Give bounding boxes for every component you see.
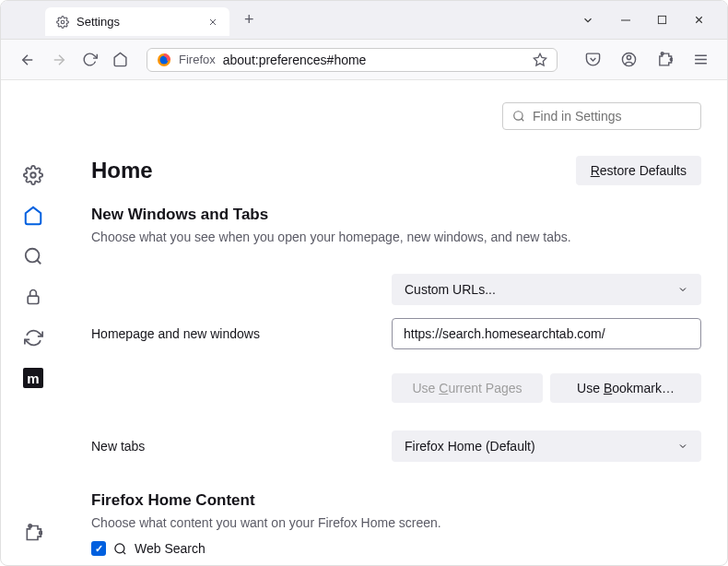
extensions-icon[interactable] <box>653 48 676 71</box>
reload-button[interactable] <box>78 48 101 71</box>
homepage-row-label: Homepage and new windows <box>91 326 392 341</box>
homepage-url-input[interactable] <box>392 318 701 349</box>
svg-marker-11 <box>534 53 546 65</box>
menu-icon[interactable] <box>689 48 712 71</box>
back-button[interactable] <box>16 48 40 72</box>
tab-settings[interactable]: Settings <box>45 7 229 36</box>
close-window-button[interactable] <box>693 14 705 26</box>
sidebar-search-icon[interactable] <box>23 246 43 266</box>
tab-title: Settings <box>76 15 120 29</box>
section-home-content-subtitle: Choose what content you want on your Fir… <box>91 515 701 530</box>
sidebar-privacy-icon[interactable] <box>23 287 43 307</box>
maximize-button[interactable] <box>657 15 667 25</box>
svg-line-28 <box>123 551 125 554</box>
sidebar-extensions-icon[interactable] <box>23 523 43 543</box>
svg-point-27 <box>115 543 124 552</box>
svg-rect-4 <box>658 16 665 23</box>
chevron-down-icon <box>677 284 688 295</box>
search-icon <box>113 542 127 556</box>
titlebar: Settings + <box>1 1 727 40</box>
minimize-button[interactable] <box>620 15 631 26</box>
use-current-pages-button[interactable]: Use Current Pages <box>392 373 543 403</box>
search-icon <box>512 110 525 123</box>
page-title: Home <box>91 158 153 183</box>
section-new-windows-subtitle: Choose what you see when you open your h… <box>91 230 701 244</box>
sidebar-more-icon[interactable]: m <box>23 368 43 388</box>
svg-point-13 <box>627 55 630 59</box>
svg-point-20 <box>26 249 40 263</box>
use-bookmark-button[interactable]: Use Bookmark… <box>550 373 701 403</box>
checkbox-checked-icon[interactable]: ✓ <box>91 541 106 556</box>
toolbar: Firefox about:preferences#home <box>1 40 727 80</box>
newtabs-label: New tabs <box>91 439 392 454</box>
firefox-logo-icon <box>157 53 171 67</box>
svg-rect-22 <box>28 296 39 303</box>
url-text: about:preferences#home <box>223 53 525 67</box>
restore-defaults-button[interactable]: Restore Defaults <box>576 156 701 185</box>
main-panel: Find in Settings Home Restore Defaults N… <box>65 80 727 565</box>
svg-line-26 <box>522 119 524 122</box>
svg-point-25 <box>514 112 523 120</box>
new-tab-button[interactable]: + <box>244 10 254 29</box>
bookmark-star-icon[interactable] <box>533 53 547 67</box>
settings-sidebar: m <box>1 80 65 565</box>
svg-point-19 <box>30 172 36 178</box>
homepage-mode-select[interactable]: Custom URLs... <box>392 274 701 305</box>
identity-label: Firefox <box>179 53 216 66</box>
newtabs-select[interactable]: Firefox Home (Default) <box>392 430 701 462</box>
address-bar[interactable]: Firefox about:preferences#home <box>147 48 558 72</box>
section-new-windows-title: New Windows and Tabs <box>91 206 701 224</box>
sidebar-general-icon[interactable] <box>23 165 43 185</box>
close-icon[interactable] <box>207 17 218 28</box>
websearch-checkbox-row[interactable]: ✓ Web Search <box>91 541 701 556</box>
websearch-label: Web Search <box>135 541 205 556</box>
svg-line-21 <box>37 260 41 264</box>
search-placeholder: Find in Settings <box>533 109 622 124</box>
sidebar-sync-icon[interactable] <box>23 327 43 348</box>
chevron-down-icon[interactable] <box>581 14 594 27</box>
gear-icon <box>56 16 69 29</box>
account-icon[interactable] <box>617 48 640 71</box>
forward-button[interactable] <box>47 48 71 72</box>
pocket-icon[interactable] <box>581 48 605 71</box>
section-home-content-title: Firefox Home Content <box>91 491 701 510</box>
svg-point-0 <box>61 20 65 24</box>
home-button[interactable] <box>109 48 132 71</box>
chevron-down-icon <box>677 441 688 452</box>
window-controls <box>581 14 727 27</box>
find-in-settings-input[interactable]: Find in Settings <box>502 102 701 130</box>
sidebar-home-icon[interactable] <box>23 206 43 226</box>
